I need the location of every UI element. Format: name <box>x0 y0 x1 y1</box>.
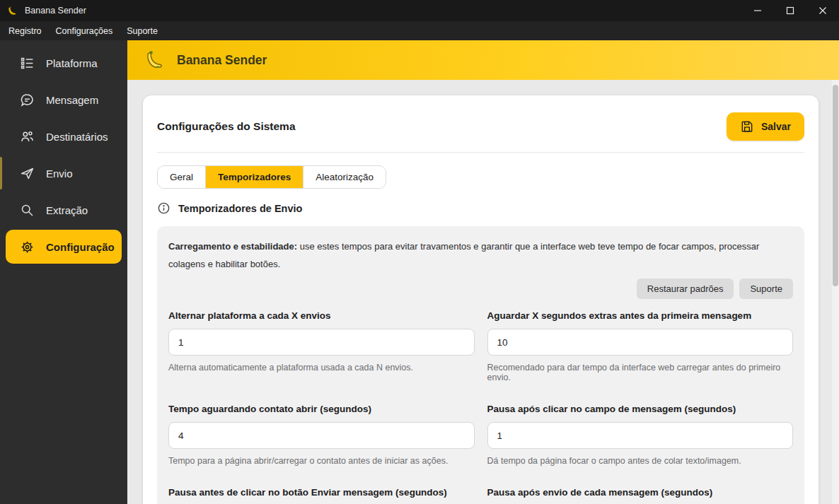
sidebar-item-label: Envio <box>46 168 73 180</box>
message-icon <box>20 93 35 107</box>
content-area: Configurações do Sistema Salvar <box>127 80 839 504</box>
window-title: Banana Sender <box>25 6 86 16</box>
sidebar-item-envio[interactable]: Envio <box>0 155 127 192</box>
minimize-button[interactable] <box>741 0 774 21</box>
field-label: Alternar plataforma a cada X envios <box>168 310 475 321</box>
sidebar-item-destinatarios[interactable]: Destinatários <box>0 118 127 155</box>
maximize-button[interactable] <box>774 0 806 21</box>
menu-configuracoes[interactable]: Configurações <box>49 23 120 40</box>
field-pausa-campo-mensagem: Pausa após clicar no campo de mensagem (… <box>487 404 794 466</box>
field-help: Alterna automaticamente a plataforma usa… <box>168 363 475 373</box>
timers-panel: Carregamento e estabilidade: use estes t… <box>157 226 804 504</box>
settings-card: Configurações do Sistema Salvar <box>143 95 818 504</box>
search-icon <box>20 203 35 218</box>
brand-name: Banana Sender <box>177 53 267 68</box>
sidebar-item-configuracao[interactable]: Configuração <box>6 230 122 264</box>
sidebar-item-label: Extração <box>46 204 88 216</box>
field-help: Dá tempo da página focar o campo antes d… <box>487 456 794 466</box>
sidebar: Plataforma Mensagem Destinatários <box>0 40 127 504</box>
sidebar-item-label: Mensagem <box>46 94 98 106</box>
titlebar: Banana Sender <box>0 0 839 21</box>
save-icon <box>740 119 754 134</box>
support-button[interactable]: Suporte <box>739 279 793 299</box>
field-tempo-contato-abrir: Tempo aguardando contato abrir (segundos… <box>168 404 475 466</box>
field-label: Tempo aguardando contato abrir (segundos… <box>168 404 475 414</box>
close-button[interactable] <box>806 0 839 21</box>
field-help: Tempo para a página abrir/carregar o con… <box>168 456 475 466</box>
page-title: Configurações do Sistema <box>157 120 296 133</box>
field-label: Pausa após envio de cada mensagem (segun… <box>487 487 794 498</box>
pausa-campo-mensagem-input[interactable] <box>487 422 794 449</box>
scrollbar-thumb[interactable] <box>833 85 838 286</box>
tab-geral[interactable]: Geral <box>158 166 206 188</box>
field-alternar-plataforma: Alternar plataforma a cada X envios Alte… <box>168 310 475 382</box>
field-help: Recomendado para dar tempo da interface … <box>487 363 794 382</box>
alternar-plataforma-input[interactable] <box>168 329 475 356</box>
sidebar-item-label: Destinatários <box>46 131 108 143</box>
sidebar-item-label: Configuração <box>46 241 115 253</box>
sidebar-item-plataforma[interactable]: Plataforma <box>0 45 127 81</box>
tab-aleatorizacao[interactable]: Aleatorização <box>303 166 386 188</box>
settings-tabs: Geral Temporizadores Aleatorização <box>157 165 386 189</box>
field-label: Pausa após clicar no campo de mensagem (… <box>487 404 794 414</box>
panel-note-lead: Carregamento e estabilidade: <box>168 241 297 252</box>
info-icon <box>157 201 170 215</box>
app-window: Banana Sender Registro Configurações Sup… <box>0 0 839 504</box>
sidebar-item-extracao[interactable]: Extração <box>0 192 127 228</box>
sidebar-item-label: Plataforma <box>46 57 98 69</box>
field-label: Pausa antes de clicar no botão Enviar me… <box>168 487 475 498</box>
menu-suporte[interactable]: Suporte <box>120 23 165 40</box>
save-button[interactable]: Salvar <box>727 112 804 141</box>
close-icon <box>818 6 827 15</box>
restore-defaults-button[interactable]: Restaurar padrões <box>637 279 734 299</box>
window-controls <box>741 0 839 21</box>
gear-icon <box>20 240 35 254</box>
send-icon <box>20 166 35 181</box>
sidebar-item-mensagem[interactable]: Mensagem <box>0 81 127 118</box>
aguardar-extras-input[interactable] <box>487 329 794 356</box>
field-label: Aguardar X segundos extras antes da prim… <box>487 310 794 321</box>
maximize-icon <box>786 6 794 15</box>
field-pausa-antes-enviar: Pausa antes de clicar no botão Enviar me… <box>168 487 475 504</box>
menu-registro[interactable]: Registro <box>1 23 49 40</box>
timer-fields: Alternar plataforma a cada X envios Alte… <box>168 310 793 504</box>
menubar: Registro Configurações Suporte <box>0 21 839 40</box>
tempo-contato-abrir-input[interactable] <box>168 422 475 449</box>
active-page-indicator <box>0 157 2 189</box>
panel-note: Carregamento e estabilidade: use estes t… <box>168 238 793 273</box>
people-icon <box>20 129 35 144</box>
save-button-label: Salvar <box>761 121 791 132</box>
section-title: Temporizadores de Envio <box>178 203 302 214</box>
app-header: Banana Sender <box>127 40 839 80</box>
field-pausa-apos-envio: Pausa após envio de cada mensagem (segun… <box>487 487 794 504</box>
list-icon <box>20 56 35 71</box>
tab-temporizadores[interactable]: Temporizadores <box>206 166 303 188</box>
minimize-icon <box>753 6 762 15</box>
banana-logo-icon <box>8 6 18 16</box>
banana-logo-icon <box>146 49 167 71</box>
field-aguardar-extras: Aguardar X segundos extras antes da prim… <box>487 310 794 382</box>
divider <box>157 152 804 153</box>
vertical-scrollbar[interactable] <box>832 80 839 504</box>
